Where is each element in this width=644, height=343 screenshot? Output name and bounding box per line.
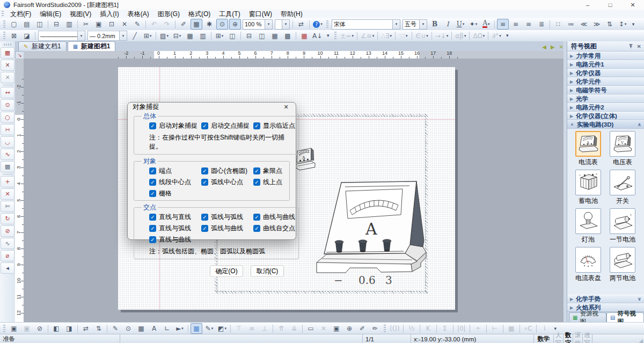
sidebar-section-chem-gesture[interactable]: ▶ 化学手势 ∨ xyxy=(567,295,644,303)
scroll-down-icon[interactable]: ∨ xyxy=(638,296,641,302)
draw-pencil-button[interactable]: ✎ xyxy=(109,323,121,334)
new-document-button[interactable]: ▢ xyxy=(8,19,20,30)
underline-button[interactable]: U▾ xyxy=(455,19,466,30)
snap-circle-button[interactable]: ○ xyxy=(1,112,14,123)
math-divide-button[interactable]: ÷ xyxy=(472,323,484,334)
menu-item[interactable]: 插入(I) xyxy=(96,10,123,18)
chevron-down-icon[interactable]: ▾ xyxy=(119,31,127,40)
checkbox-checked-icon[interactable]: ✓ xyxy=(253,122,260,129)
math-set-button[interactable]: ∈∪▾ xyxy=(414,31,429,41)
cut-button[interactable]: ✂ xyxy=(80,19,92,30)
pencil-tool-button[interactable]: ✏ xyxy=(369,323,381,334)
format-painter-button[interactable]: ✎ xyxy=(131,19,143,30)
checkbox-checked-icon[interactable]: ✓ xyxy=(149,236,156,243)
menu-item[interactable]: 文档(F) xyxy=(6,10,35,18)
symbol-item-one-cell[interactable]: + 一节电池 xyxy=(606,208,639,244)
checkbox[interactable]: ✓直线与弧线 xyxy=(149,224,201,233)
table-grid-button[interactable]: ▦ xyxy=(298,31,310,41)
flip-horizontal-button[interactable]: ⇄ xyxy=(80,323,92,334)
checkbox-checked-icon[interactable]: ✓ xyxy=(201,179,208,186)
math-imaginary-button[interactable]: i xyxy=(539,323,551,334)
table-button[interactable]: ⊞▾ xyxy=(142,31,153,41)
merge-cells-button[interactable]: ▦ xyxy=(269,31,281,41)
tab-close-button[interactable]: ✕ xyxy=(559,44,564,50)
sidebar-section[interactable]: ▶化学元件 xyxy=(567,77,644,86)
numbered-list-button[interactable]: ≔ xyxy=(565,19,577,30)
sidebar-section[interactable]: ▶力学常用 xyxy=(567,52,644,60)
shrink-shape-button[interactable]: ⇊ xyxy=(288,323,300,334)
symbol-item-voltmeter[interactable]: V 电压表 xyxy=(606,131,639,167)
insert-table-button[interactable]: ⊞▾ xyxy=(214,31,225,41)
sidebar-section[interactable]: ▶电磁学符号 xyxy=(567,86,644,94)
tab-symbol-view[interactable]: ▤ 符号视图 xyxy=(606,312,644,322)
panel-close-icon[interactable]: ✕ xyxy=(637,43,641,49)
math-delta-button[interactable]: ΔΩ▾ xyxy=(472,31,486,41)
math-bracket-button[interactable]: (()) xyxy=(389,323,401,334)
grow-shape-button[interactable]: ⇈ xyxy=(275,323,287,334)
checkbox-checked-icon[interactable]: ✓ xyxy=(201,225,208,232)
polyline-button[interactable]: ∟ xyxy=(161,323,173,334)
tab-drawing1[interactable]: ▦ 新建图档1 xyxy=(68,41,116,51)
tab-resource-view[interactable]: ▦ 资源视图 xyxy=(569,312,606,322)
shadow-button[interactable]: ◩▾ xyxy=(216,323,228,334)
char-spacing-button[interactable]: ✦▾ xyxy=(467,19,479,30)
grid-toggle-button[interactable]: ▦ xyxy=(191,19,202,30)
toolbar-overflow[interactable]: ▾ xyxy=(503,31,511,41)
checkbox[interactable]: ✓曲线与曲线 xyxy=(253,213,295,222)
pen-color-button[interactable]: ✎▾ xyxy=(203,323,215,334)
checkbox[interactable]: ✓直线与直线 xyxy=(149,213,201,222)
split-cells-button[interactable]: ▩ xyxy=(282,31,294,41)
restore-button[interactable]: □ xyxy=(599,0,621,10)
dialog-close-button[interactable]: ✕ xyxy=(281,104,291,111)
insert-column-button[interactable]: ◫ xyxy=(256,31,268,41)
toolbar-overflow[interactable]: ▾ xyxy=(324,31,332,41)
eraser-button[interactable]: ◪ xyxy=(21,31,33,41)
align-bottom-button[interactable]: ⊥ xyxy=(259,323,270,334)
pan-hand-button[interactable]: ✱ xyxy=(203,19,215,30)
math-greek-button[interactable]: αβ▾ xyxy=(454,31,467,41)
help-button[interactable]: ?▾ xyxy=(312,19,324,30)
sidebar-section[interactable]: ▶化学仪器 xyxy=(567,69,644,77)
math-arrow-button[interactable]: →↓▾ xyxy=(434,31,450,41)
checkbox-checked-icon[interactable]: ✓ xyxy=(149,122,156,129)
frame-style-button[interactable]: ⊟▾ xyxy=(171,31,183,41)
math-matrix-button[interactable]: ▦ xyxy=(506,323,517,334)
draw-wand-button[interactable]: ✐ xyxy=(178,19,189,30)
paste-button[interactable]: ⊡ xyxy=(106,19,118,30)
math-kappa-button[interactable]: K xyxy=(422,323,434,334)
frame-button[interactable]: ▣ xyxy=(331,323,342,334)
status-toggle[interactable]: 大写 xyxy=(554,334,564,343)
align-justify-button[interactable]: ≣ xyxy=(536,19,547,30)
tab-prev-button[interactable]: ◀ xyxy=(542,44,546,50)
checkbox[interactable]: ✓弧线中心点 xyxy=(201,178,253,187)
sidebar-section-expanded[interactable]: ▼ 实验电路(3D) ∧ xyxy=(567,120,644,129)
menu-item[interactable]: 格式(O) xyxy=(184,10,215,18)
node-edit-button[interactable]: ✕ xyxy=(318,323,330,334)
checkbox[interactable]: ✓显示临近点 xyxy=(253,121,295,130)
spline-button[interactable]: ∿ xyxy=(1,238,14,249)
italic-button[interactable]: I xyxy=(442,19,453,30)
tab-next-button[interactable]: ▶ xyxy=(551,44,555,50)
send-back-button[interactable]: ◨ xyxy=(63,323,75,334)
checkbox[interactable]: ✓栅格 xyxy=(149,189,201,198)
checkbox-checked-icon[interactable]: ✓ xyxy=(253,214,260,221)
snap-arc-button[interactable]: ◡ xyxy=(1,136,14,148)
sidebar-section[interactable]: ▶电路元件2 xyxy=(567,103,644,112)
dialog-title-bar[interactable]: 对象捕捉 ✕ xyxy=(128,103,296,112)
snap-curve-button[interactable]: ∿ xyxy=(1,149,14,160)
decrease-indent-button[interactable]: ≪ xyxy=(578,19,590,30)
math-sigma-button[interactable]: Σ xyxy=(439,323,451,334)
checkbox-checked-icon[interactable]: ✓ xyxy=(149,225,156,232)
dashed-frame-button[interactable]: ▭ xyxy=(305,323,317,334)
ok-button[interactable]: 确定(O) xyxy=(210,265,243,277)
sort-button[interactable]: A↓ xyxy=(311,31,323,41)
symbol-item-two-cell[interactable]: 两节电池 xyxy=(606,247,639,283)
delete-button[interactable]: ✕ xyxy=(119,19,130,30)
scroll-up-icon[interactable]: ∧ xyxy=(638,122,641,127)
copy-button[interactable]: ▣ xyxy=(93,19,105,30)
checkbox[interactable]: ✓弧线与曲线 xyxy=(201,224,253,233)
open-button[interactable]: ▤ xyxy=(21,19,33,30)
fill-style-button[interactable]: ▨▾ xyxy=(158,31,170,41)
status-toggle[interactable]: 滚动 xyxy=(573,334,583,343)
print-button[interactable]: ⊟ xyxy=(50,19,62,30)
